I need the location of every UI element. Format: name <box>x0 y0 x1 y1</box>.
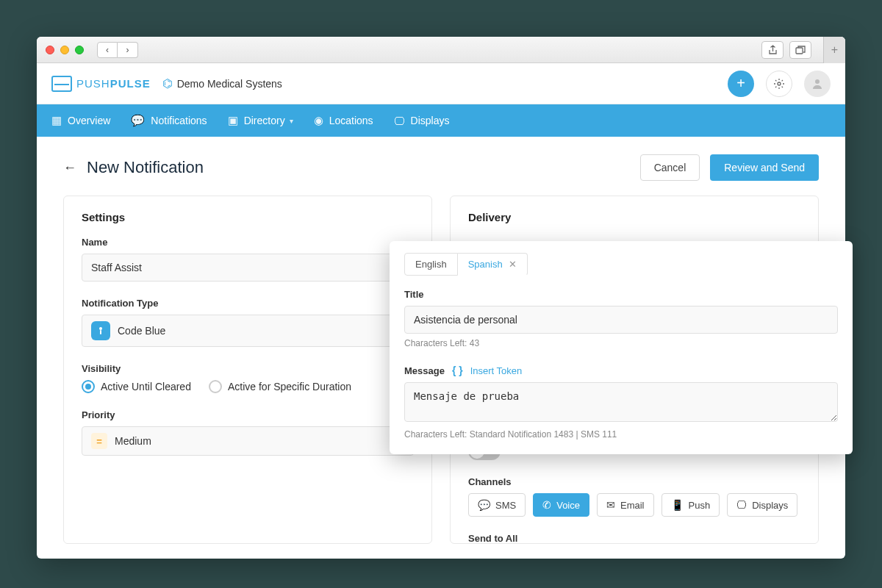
phone-icon: ✆ <box>542 499 551 511</box>
pin-icon: ◉ <box>314 114 323 127</box>
avatar[interactable] <box>804 71 831 97</box>
tab-label: Spanish <box>468 259 503 270</box>
page-title: New Notification <box>87 158 204 177</box>
nav-directory[interactable]: ▣ Directory ▾ <box>228 114 293 127</box>
svg-point-2 <box>815 79 820 84</box>
message-label: Message <box>404 365 445 376</box>
svg-rect-4 <box>100 330 101 334</box>
pulse-icon <box>51 76 72 92</box>
nav-locations[interactable]: ◉ Locations <box>314 114 373 127</box>
channel-email[interactable]: ✉ Email <box>597 493 654 517</box>
channel-label: Displays <box>752 500 788 511</box>
type-value: Code Blue <box>118 325 165 337</box>
visibility-field-group: Visibility Active Until Cleared Active f… <box>82 363 414 393</box>
language-card: English Spanish ✕ Title Characters Left:… <box>390 241 853 454</box>
channel-displays[interactable]: 🖵 Displays <box>727 493 797 517</box>
message-chars-left: Characters Left: Standard Notification 1… <box>404 429 838 440</box>
settings-panel: Settings Name Notification Type Code Blu… <box>63 196 432 544</box>
minimize-window-icon[interactable] <box>60 46 69 54</box>
review-send-button[interactable]: Review and Send <box>710 154 819 181</box>
visibility-active-cleared[interactable]: Active Until Cleared <box>82 380 191 393</box>
radio-label: Active for Specific Duration <box>228 381 351 392</box>
svg-point-1 <box>778 82 781 85</box>
org-name-label: Demo Medical Systens <box>177 78 282 90</box>
nav-notifications[interactable]: 💬 Notifications <box>131 114 207 127</box>
channel-sms[interactable]: 💬 SMS <box>468 493 526 517</box>
language-tabs: English Spanish ✕ <box>404 253 838 276</box>
zoom-window-icon[interactable] <box>75 46 84 54</box>
org-selector[interactable]: ⌬ Demo Medical Systens <box>162 76 282 90</box>
token-icon: { } <box>452 365 463 376</box>
app-header: PUSHPULSE ⌬ Demo Medical Systens + <box>37 63 845 104</box>
tabs-icon[interactable] <box>789 41 811 59</box>
delivery-title: Delivery <box>468 211 800 223</box>
tab-spanish[interactable]: Spanish ✕ <box>458 253 528 276</box>
channel-label: Voice <box>556 500 580 511</box>
add-button[interactable]: + <box>728 71 754 97</box>
sms-icon: 💬 <box>478 499 490 511</box>
nav-label: Directory <box>244 115 285 126</box>
channel-push[interactable]: 📱 Push <box>662 493 720 517</box>
radio-label: Active Until Cleared <box>101 381 191 392</box>
monitor-icon: 🖵 <box>394 115 405 127</box>
close-window-icon[interactable] <box>46 46 54 54</box>
priority-value: Medium <box>115 435 151 447</box>
message-textarea[interactable] <box>404 382 838 422</box>
browser-forward-button[interactable]: › <box>118 42 138 58</box>
radio-checked-icon <box>82 380 95 393</box>
settings-title: Settings <box>82 211 414 223</box>
type-field-group: Notification Type Code Blue <box>82 298 414 347</box>
priority-field-group: Priority = Medium ⌄ <box>82 409 414 456</box>
code-blue-icon <box>91 321 110 340</box>
tab-english[interactable]: English <box>404 253 458 276</box>
channels-label: Channels <box>468 476 800 487</box>
close-icon[interactable]: ✕ <box>509 259 517 270</box>
browser-chrome: ‹ › + <box>37 37 845 63</box>
priority-label: Priority <box>82 409 414 420</box>
chat-icon: 💬 <box>131 114 145 127</box>
name-field-group: Name <box>82 237 414 282</box>
back-arrow-icon[interactable]: ← <box>63 160 76 176</box>
cancel-button[interactable]: Cancel <box>640 154 700 181</box>
nav-overview[interactable]: ▦ Overview <box>51 114 110 127</box>
name-label: Name <box>82 237 414 248</box>
nav-displays[interactable]: 🖵 Displays <box>394 115 450 127</box>
nav-label: Displays <box>411 115 450 126</box>
share-icon[interactable] <box>761 41 784 59</box>
nav-label: Overview <box>68 115 110 126</box>
title-input[interactable] <box>404 306 838 334</box>
insert-token-link[interactable]: Insert Token <box>470 365 523 376</box>
org-icon: ⌬ <box>162 76 173 90</box>
logo-text-bold: PULSE <box>110 77 151 90</box>
message-field-group: Message { } Insert Token Characters Left… <box>404 365 838 440</box>
app-logo[interactable]: PUSHPULSE <box>51 76 151 92</box>
title-label: Title <box>404 289 838 300</box>
new-tab-button[interactable]: + <box>823 37 845 63</box>
monitor-icon: 🖵 <box>736 499 747 511</box>
priority-select[interactable]: = Medium ⌄ <box>82 426 414 456</box>
nav-label: Notifications <box>151 115 207 126</box>
traffic-lights <box>46 46 84 54</box>
main-nav: ▦ Overview 💬 Notifications ▣ Directory ▾… <box>37 104 845 137</box>
chevron-down-icon: ▾ <box>290 117 293 125</box>
channels-group: Channels 💬 SMS ✆ Voice ✉ Email <box>468 476 800 517</box>
radio-unchecked-icon <box>209 380 222 393</box>
channel-voice[interactable]: ✆ Voice <box>533 493 589 517</box>
tab-label: English <box>415 259 447 270</box>
nav-label: Locations <box>329 115 373 126</box>
priority-medium-icon: = <box>91 433 107 449</box>
grid-icon: ▦ <box>51 114 62 127</box>
email-icon: ✉ <box>606 499 615 511</box>
browser-back-button[interactable]: ‹ <box>97 42 118 58</box>
contacts-icon: ▣ <box>228 114 238 127</box>
svg-point-3 <box>99 327 102 330</box>
channel-label: Email <box>620 500 645 511</box>
send-all-label: Send to All <box>468 533 800 544</box>
visibility-active-duration[interactable]: Active for Specific Duration <box>209 380 351 393</box>
title-chars-left: Characters Left: 43 <box>404 338 838 348</box>
name-input[interactable] <box>82 254 414 282</box>
type-label: Notification Type <box>82 298 414 309</box>
settings-button[interactable] <box>766 71 792 97</box>
type-select[interactable]: Code Blue <box>82 315 414 347</box>
title-field-group: Title Characters Left: 43 <box>404 289 838 348</box>
